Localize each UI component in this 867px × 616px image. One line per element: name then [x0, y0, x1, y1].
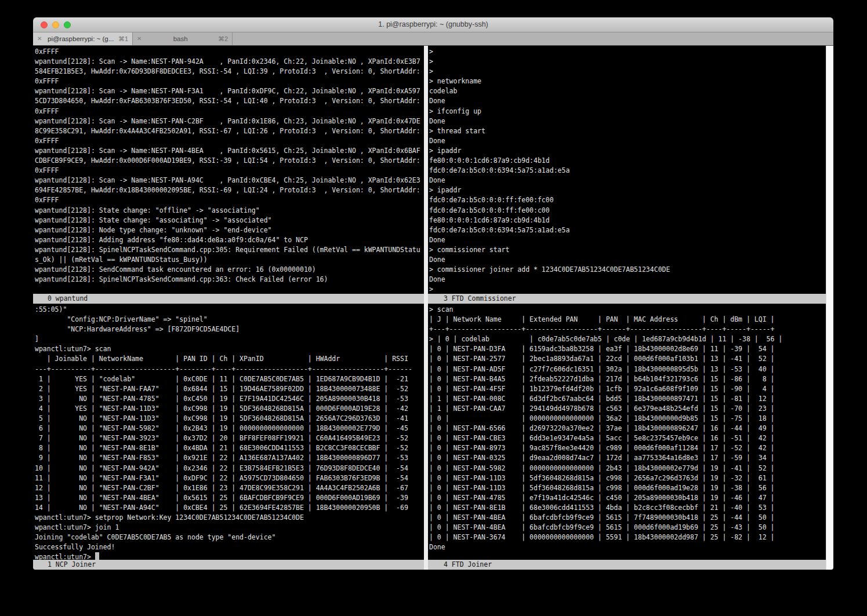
terminal-line: 0xFFFF — [35, 107, 424, 116]
terminal-line: | 0 | | 0000000000000000 | 36a2 | 18b430… — [429, 414, 826, 424]
terminal-line: | 0 | NEST-PAN-CBE3 | 6dd3e1e9347e4a5a |… — [429, 433, 826, 443]
window-zoom-button[interactable] — [64, 21, 71, 28]
terminal-line: wpantund[2128]: Scan -> Name:NEST-PAN-A9… — [35, 176, 424, 185]
terminal-line: | 0 | NEST-PAN-4BEA | 6bafcdbfcb9f9ce9 |… — [429, 513, 826, 523]
terminal-line: 694FE42857BE, HwAddr:0x18B43000002095BE,… — [35, 185, 424, 195]
terminal-line: 11 | NO | "NEST-PAN-F3A1" | 0xDF9C | 22 … — [35, 473, 424, 483]
terminal-line: | 0 | NEST-PAN-11D3 | 5df36048268d815a |… — [429, 473, 826, 483]
terminal-line: > ifconfig up — [429, 107, 826, 116]
terminal-line: wpantund[2128]: State change: "offline" … — [35, 206, 424, 216]
terminal-line: 0xFFFF — [35, 136, 424, 146]
pane-wpantund-log[interactable]: 0xFFFFwpantund[2128]: Scan -> Name:NEST-… — [33, 46, 424, 294]
terminal-line: 9 | NO | "NEST-PAN-F853" | 0x921E | 22 |… — [35, 453, 424, 463]
terminal-line: 8 | NO | "NEST-PAN-8E1B" | 0x4BDA | 21 |… — [35, 443, 424, 453]
terminal-line: | 0 | NEST-PAN-2577 | 2bec1a8893da67a1 |… — [429, 354, 826, 364]
terminal-line: fe80:0:0:0:1cd6:87a9:cb9d:4b1d — [429, 156, 826, 166]
terminal-line: > — [429, 285, 826, 294]
terminal-cursor — [95, 552, 99, 560]
terminal-line: 5CD73D804650, HwAddr:0xFAB6303B76F3ED50,… — [35, 96, 424, 106]
terminal-line: > | 0 | codelab | c0de7ab5c0de7ab5 | c0d… — [429, 334, 826, 344]
terminal-line: | 0 | NEST-PAN-4785 | e7f19a41dc42546c |… — [429, 493, 826, 503]
terminal-content: 0xFFFFwpantund[2128]: Scan -> Name:NEST-… — [33, 46, 833, 570]
terminal-line: | 0 | NEST-PAN-0325 | d9eaa2d008d74ac7 |… — [429, 453, 826, 463]
terminal-line: wpanctl:utun7> join 1 — [35, 523, 424, 533]
terminal-line: Done — [429, 176, 826, 185]
terminal-window: 1. pi@raspberrypi: ~ (gnubby-ssh) ✕ pi@r… — [33, 17, 833, 570]
terminal-line: | 0 | NEST-PAN-D3FA | 6159adc3ba8b3258 |… — [429, 344, 826, 354]
tab-bash[interactable]: ✕ bash ⌘2 — [133, 32, 233, 45]
terminal-line: wpantund[2128]: Scan -> Name:NEST-PAN-4B… — [35, 146, 424, 156]
terminal-lines: > scan| J | Network Name | Extended PAN … — [428, 304, 826, 552]
terminal-line: > — [429, 67, 826, 76]
terminal-line: | J | Network Name | Extended PAN | PAN … — [429, 315, 826, 325]
terminal-line: 0xFFFF — [35, 47, 424, 57]
terminal-line: fe80:0:0:0:1cd6:87a9:cb9d:4b1d — [429, 216, 826, 225]
terminal-lines: 0xFFFFwpantund[2128]: Scan -> Name:NEST-… — [33, 46, 424, 285]
terminal-line: wpanctl:utun7> — [35, 552, 424, 560]
terminal-line: fdc0:de7a:b5c0:0:0:ff:fe00:c00 — [429, 206, 826, 216]
terminal-line: | 0 | NEST-PAN-4F5F | 1b12379efd4df20b |… — [429, 384, 826, 394]
terminal-line: | 0 | NEST-PAN-B4A5 | 2fdeab52227d1dba |… — [429, 374, 826, 384]
terminal-line: 0xFFFF — [35, 76, 424, 86]
terminal-line: wpantund[2128]: Node type change: "unkno… — [35, 225, 424, 235]
terminal-line: wpantund[2128]: SpinelNCPTaskSendCommand… — [35, 245, 424, 255]
tab-ssh-session[interactable]: ✕ pi@raspberrypi: ~ (g... ⌘1 — [33, 32, 133, 45]
terminal-line: wpantund[2128]: State change: "associati… — [35, 216, 424, 225]
terminal-line: 3 | NO | "NEST-PAN-4785" | 0xC450 | 19 |… — [35, 394, 424, 404]
terminal-line: Done — [429, 255, 826, 265]
terminal-line: fdc0:de7a:b5c0:0:0:ff:fe00:fc00 — [429, 195, 826, 205]
terminal-line: > — [429, 47, 826, 57]
window-close-button[interactable] — [41, 21, 48, 28]
terminal-line: 12 | NO | "NEST-PAN-C2BF" | 0x1E86 | 23 … — [35, 483, 424, 493]
terminal-line: 2 | YES | "NEST-PAN-FAA7" | 0x6844 | 15 … — [35, 384, 424, 394]
terminal-line: wpantund[2128]: Scan -> Name:NEST-PAN-C2… — [35, 116, 424, 126]
terminal-line: Done — [429, 136, 826, 146]
pane-status-ftd-joiner: 4 FTD Joiner — [428, 560, 826, 570]
terminal-line: Done — [429, 275, 826, 285]
pane-ftd-commissioner[interactable]: >>>> networknamecodelabDone> ifconfig up… — [428, 46, 826, 294]
window-minimize-button[interactable] — [52, 21, 59, 28]
terminal-line: Done — [429, 116, 826, 126]
terminal-line: 4 | YES | "NEST-PAN-11D3" | 0xC998 | 19 … — [35, 404, 424, 414]
terminal-line: ---+----------+--------------------+----… — [35, 365, 424, 374]
pane-ncp-joiner[interactable]: :55:05)" "Config:NCP:DriverName" => "spi… — [33, 304, 424, 560]
terminal-line: | Joinable | NetworkName | PAN ID | Ch |… — [35, 354, 424, 364]
tab-label: pi@raspberrypi: ~ (g... — [45, 35, 116, 42]
terminal-line: | 0 | NEST-PAN-4BEA | 6bafcdbfcb9f9ce9 |… — [429, 523, 826, 533]
terminal-line: > networkname — [429, 76, 826, 86]
pane-ftd-joiner[interactable]: > scan| J | Network Name | Extended PAN … — [428, 304, 826, 560]
terminal-line: 14 | NO | "NEST-PAN-A94C" | 0xCBE4 | 25 … — [35, 503, 424, 513]
terminal-line: 0xFFFF — [35, 195, 424, 205]
window-title-bar[interactable]: 1. pi@raspberrypi: ~ (gnubby-ssh) — [33, 17, 833, 32]
terminal-line: > ipaddr — [429, 185, 826, 195]
terminal-line: | 0 | NEST-PAN-11D3 | 5df36048268d815a |… — [429, 483, 826, 493]
terminal-line: fdc0:de7a:b5c0:0:6394:5a75:a1ad:e5a — [429, 225, 826, 235]
terminal-line: codelab — [429, 86, 826, 96]
terminal-line: wpanctl:utun7> setprop Network:Key 1234C… — [35, 513, 424, 523]
terminal-line: 13 | NO | "NEST-PAN-4BEA" | 0x5615 | 25 … — [35, 493, 424, 503]
terminal-line: Done — [429, 542, 826, 552]
terminal-line: 10 | NO | "NEST-PAN-942A" | 0x2346 | 22 … — [35, 464, 424, 473]
terminal-line: 5 | NO | "NEST-PAN-11D3" | 0xC998 | 19 |… — [35, 414, 424, 424]
terminal-line: Done — [429, 235, 826, 245]
terminal-line: wpantund[2128]: Scan -> Name:NEST-PAN-94… — [35, 57, 424, 67]
pane-status-ftd-commissioner: 3 FTD Commissioner — [428, 294, 826, 304]
terminal-line: 6 | NO | "NEST-PAN-5982" | 0x2B43 | 19 |… — [35, 424, 424, 433]
terminal-line: "NCP:HardwareAddress" => [F872DF9CD5AE4D… — [35, 325, 424, 334]
terminal-lines: :55:05)" "Config:NCP:DriverName" => "spi… — [33, 304, 424, 560]
tab-close-icon[interactable]: ✕ — [137, 36, 142, 42]
terminal-line: CDBFCB9F9CE9, HwAddr:0x000D6F000AD19BE9,… — [35, 156, 424, 166]
terminal-line: > ipaddr — [429, 146, 826, 156]
pane-divider[interactable] — [424, 46, 428, 570]
scrollbar[interactable] — [826, 46, 833, 570]
tab-close-icon[interactable]: ✕ — [37, 36, 42, 42]
pane-status-wpantund: 0 wpantund — [33, 294, 424, 304]
terminal-line: "Config:NCP:DriverName" => "spinel" — [35, 315, 424, 325]
terminal-line: +---+------------------+----------------… — [429, 325, 826, 334]
terminal-lines: >>>> networknamecodelabDone> ifconfig up… — [428, 46, 826, 294]
terminal-line: | 0 | NEST-PAN-3674 | 0000000000000000 |… — [429, 533, 826, 542]
terminal-line: | 0 | NEST-PAN-8E1B | 68e3006cdd411553 |… — [429, 503, 826, 513]
terminal-line: | 0 | NEST-PAN-AD5F | c27f7c606dc16351 |… — [429, 365, 826, 374]
terminal-line: wpantund[2128]: Scan -> Name:NEST-PAN-F3… — [35, 86, 424, 96]
terminal-line: 7 | NO | "NEST-PAN-3923" | 0x37D2 | 20 |… — [35, 433, 424, 443]
